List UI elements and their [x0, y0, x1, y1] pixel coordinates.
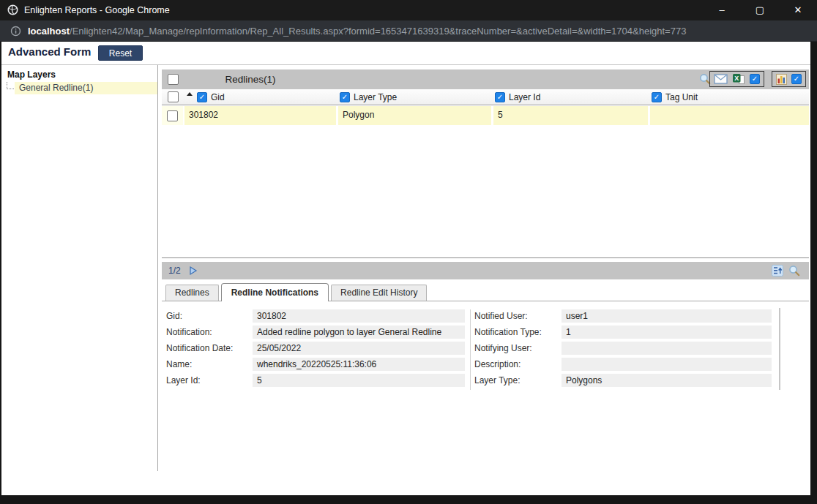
map-layers-sidebar: Map Layers General Redline(1)	[1, 65, 158, 471]
field-notified-user: Notified User: user1	[474, 309, 772, 323]
url-text[interactable]: localhost/Enlighten42/Map_Manage/repInfo…	[28, 20, 686, 42]
field-label: Name:	[166, 358, 253, 371]
field-label: Layer Id:	[166, 374, 253, 387]
window-titlebar: Enlighten Reports - Google Chrome – ▢ ✕	[0, 0, 817, 20]
chart-checkbox[interactable]: ✓	[791, 74, 802, 84]
site-info-icon[interactable]	[10, 26, 21, 40]
tree-branch-icon	[7, 82, 14, 89]
field-label: Description:	[474, 358, 562, 371]
field-label: Gid:	[166, 309, 253, 323]
detail-tabs: Redlines Redline Notifications Redline E…	[162, 284, 809, 301]
column-gid-checkbox[interactable]: ✓	[197, 92, 207, 102]
sidebar-item-general-redline[interactable]: General Redline(1)	[1, 82, 157, 94]
field-value: 25/05/2022	[253, 342, 465, 355]
field-notification-date: Notification Date: 25/05/2022	[166, 342, 470, 355]
field-gid: Gid: 301802	[166, 309, 470, 323]
field-notification-type: Notification Type: 1	[474, 326, 772, 339]
pagination-bar: 1/2	[162, 262, 809, 279]
url-host: localhost	[28, 26, 70, 37]
field-name: Name: whendriks_20220525:11:36:06	[166, 358, 470, 371]
redlines-grid: Redlines(1)	[162, 69, 809, 258]
field-value: Added redline polygon to layer General R…	[253, 326, 465, 339]
export-checkbox[interactable]: ✓	[750, 74, 760, 84]
url-path: /Enlighten42/Map_Manage/repInformation/R…	[70, 26, 686, 37]
next-page-icon[interactable]	[188, 266, 198, 276]
column-label: Gid	[211, 92, 225, 102]
notification-detail-form: Gid: 301802 Notification: Added redline …	[162, 301, 809, 390]
tab-redlines[interactable]: Redlines	[165, 285, 219, 301]
table-row[interactable]: 301802 Polygon 5	[162, 106, 809, 125]
header-checkbox-cell	[162, 89, 184, 105]
column-tag-unit-checkbox[interactable]: ✓	[652, 92, 662, 102]
field-value	[562, 342, 772, 355]
address-bar[interactable]: localhost/Enlighten42/Map_Manage/repInfo…	[0, 20, 817, 42]
row-select-all-checkbox[interactable]	[168, 91, 179, 102]
cell-layer-id: 5	[493, 106, 648, 125]
minimize-button[interactable]: –	[703, 0, 741, 20]
field-value: Polygons	[562, 374, 772, 387]
field-layer-id: Layer Id: 5	[166, 374, 470, 387]
sidebar-heading: Map Layers	[1, 69, 157, 80]
close-button[interactable]: ✕	[779, 0, 817, 20]
field-label: Notification Type:	[474, 326, 562, 339]
column-header-layer-id[interactable]: ✓ Layer Id	[495, 89, 652, 105]
column-label: Layer Id	[509, 92, 540, 102]
field-label: Notified User:	[474, 309, 562, 323]
row-checkbox[interactable]	[167, 110, 178, 121]
page-title: Advanced Form	[8, 45, 91, 58]
field-label: Notifying User:	[474, 342, 562, 355]
excel-export-icon[interactable]: X	[732, 73, 745, 85]
column-layer-id-checkbox[interactable]: ✓	[495, 92, 505, 102]
detail-search-icon[interactable]	[788, 265, 800, 277]
column-layer-type-checkbox[interactable]: ✓	[340, 92, 350, 102]
field-notification: Notification: Added redline polygon to l…	[166, 326, 470, 339]
detail-right-column: Notified User: user1 Notification Type: …	[470, 309, 772, 390]
sort-asc-icon	[187, 92, 193, 96]
select-all-checkbox[interactable]	[168, 74, 179, 85]
chrome-globe-icon	[7, 4, 18, 15]
sidebar-item-label: General Redline(1)	[15, 82, 157, 94]
detail-left-column: Gid: 301802 Notification: Added redline …	[166, 309, 470, 390]
scroll-to-top-icon[interactable]	[772, 265, 783, 277]
maximize-button[interactable]: ▢	[741, 0, 779, 20]
tab-redline-edit-history[interactable]: Redline Edit History	[331, 285, 427, 301]
page-indicator: 1/2	[168, 262, 181, 279]
field-value: whendriks_20220525:11:36:06	[253, 358, 465, 371]
field-label: Layer Type:	[474, 374, 562, 387]
field-label: Notification:	[166, 326, 253, 339]
page-content: Advanced Form Reset Map Layers General R…	[1, 42, 810, 495]
field-description: Description:	[474, 358, 772, 371]
tab-redline-notifications[interactable]: Redline Notifications	[221, 283, 329, 301]
main-area: Redlines(1)	[158, 65, 810, 471]
field-value: 1	[562, 326, 772, 339]
field-value: 5	[253, 374, 465, 387]
cell-tag-unit	[650, 106, 809, 125]
column-label: Layer Type	[354, 92, 397, 102]
mail-icon[interactable]	[714, 74, 728, 84]
column-header-gid[interactable]: ✓ Gid	[184, 89, 340, 105]
form-toolbar: Advanced Form Reset	[1, 42, 810, 65]
row-checkbox-cell	[162, 106, 183, 125]
window-title: Enlighten Reports - Google Chrome	[24, 0, 170, 20]
chart-icon-group: ✓	[772, 71, 806, 87]
field-value	[562, 358, 772, 371]
reset-button[interactable]: Reset	[98, 45, 143, 61]
field-label: Notification Date:	[166, 342, 253, 355]
field-notifying-user: Notifying User:	[474, 342, 772, 355]
column-label: Tag Unit	[665, 92, 698, 102]
field-value: user1	[562, 309, 772, 323]
grid-title: Redlines(1)	[188, 69, 313, 89]
cell-layer-type: Polygon	[338, 106, 491, 125]
detail-panel: 1/2	[162, 262, 809, 390]
column-header-layer-type[interactable]: ✓ Layer Type	[340, 89, 495, 105]
svg-text:X: X	[734, 75, 739, 82]
column-header-tag-unit[interactable]: ✓ Tag Unit	[652, 89, 809, 105]
chart-icon[interactable]	[776, 74, 787, 85]
grid-titlebar: Redlines(1)	[162, 69, 809, 89]
grid-column-headers: ✓ Gid ✓ Layer Type ✓ Layer Id ✓ Tag Unit	[162, 89, 809, 105]
field-layer-type: Layer Type: Polygons	[474, 374, 772, 387]
detail-scrollbar[interactable]	[779, 308, 780, 390]
field-value: 301802	[253, 309, 465, 323]
cell-gid: 301802	[184, 106, 336, 125]
export-icon-group: X ✓	[709, 71, 764, 87]
